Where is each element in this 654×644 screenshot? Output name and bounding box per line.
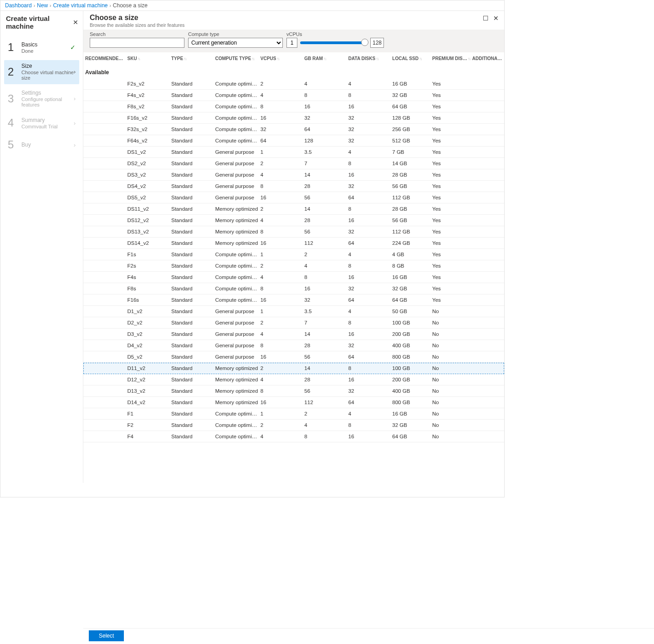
cell-ram: 2 [304, 249, 348, 260]
sort-icon: ↑↓ [123, 56, 126, 61]
table-row[interactable]: DS5_v2StandardGeneral purpose165664112 G… [83, 192, 504, 203]
column-header[interactable]: GB RAM ↑↓ [304, 52, 348, 65]
breadcrumb-link[interactable]: New [37, 2, 48, 9]
cell-local-ssd: 200 GB [392, 374, 432, 385]
cell-type: Standard [171, 420, 215, 431]
sort-icon: ↑↓ [468, 56, 470, 61]
chevron-right-icon: › [109, 3, 111, 8]
table-row[interactable]: F1sStandardCompute optimized1244 GBYes [83, 249, 504, 260]
cell-compute-type: Memory optimized [215, 374, 260, 385]
column-header[interactable]: SKU ↑↓ [127, 52, 171, 65]
table-row[interactable]: DS3_v2StandardGeneral purpose4141628 GBY… [83, 169, 504, 181]
table-row[interactable]: D14_v2StandardMemory optimized1611264800… [83, 397, 504, 408]
search-input[interactable] [90, 38, 184, 48]
close-icon[interactable]: ✕ [493, 15, 499, 22]
cell-vcpus: 8 [261, 385, 304, 397]
cell-additional [472, 397, 504, 408]
column-header[interactable]: TYPE ↑↓ [171, 52, 215, 65]
table-row[interactable]: F2StandardCompute optimized24832 GBNo [83, 420, 504, 431]
table-row[interactable]: DS14_v2StandardMemory optimized161126422… [83, 238, 504, 249]
cell-premium: Yes [432, 112, 472, 124]
wizard-step[interactable]: 2SizeChoose virtual machine size› [4, 60, 79, 84]
cell-vcpus: 4 [261, 215, 304, 226]
breadcrumb-link[interactable]: Dashboard [5, 2, 32, 9]
cell-recommended [83, 431, 127, 442]
cell-recommended [83, 215, 127, 226]
cell-local-ssd: 200 GB [392, 329, 432, 340]
cell-compute-type: General purpose [215, 192, 260, 203]
cell-ram: 8 [304, 272, 348, 283]
table-row[interactable]: DS1_v2StandardGeneral purpose13.547 GBYe… [83, 147, 504, 158]
cell-ram: 7 [304, 317, 348, 329]
breadcrumb-link[interactable]: Create virtual machine [53, 2, 107, 9]
cell-compute-type: General purpose [215, 169, 260, 181]
column-header[interactable]: VCPUS ↑↓ [261, 52, 304, 65]
table-row[interactable]: F16s_v2StandardCompute optimized16323212… [83, 112, 504, 124]
cell-recommended [83, 294, 127, 306]
table-row[interactable]: DS11_v2StandardMemory optimized214828 GB… [83, 203, 504, 215]
table-row[interactable]: F4sStandardCompute optimized481616 GBYes [83, 272, 504, 283]
cell-local-ssd: 4 GB [392, 249, 432, 260]
table-row[interactable]: F2s_v2StandardCompute optimized24416 GBY… [83, 78, 504, 90]
breadcrumb: Dashboard › New › Create virtual machine… [0, 0, 504, 11]
table-row[interactable]: D12_v2StandardMemory optimized42816200 G… [83, 374, 504, 385]
close-icon[interactable]: ✕ [73, 19, 78, 26]
cell-type: Standard [171, 329, 215, 340]
cell-ram: 14 [304, 329, 348, 340]
table-row[interactable]: F16sStandardCompute optimized16326464 GB… [83, 294, 504, 306]
table-row[interactable]: DS4_v2StandardGeneral purpose8283256 GBY… [83, 181, 504, 192]
table-row[interactable]: D11_v2StandardMemory optimized2148100 GB… [83, 363, 504, 374]
table-row[interactable]: F4StandardCompute optimized481664 GBNo [83, 431, 504, 442]
cell-premium: Yes [432, 238, 472, 249]
table-row[interactable]: F64s_v2StandardCompute optimized64128325… [83, 135, 504, 147]
cell-vcpus: 2 [261, 363, 304, 374]
table-row[interactable]: D5_v2StandardGeneral purpose165664800 GB… [83, 351, 504, 363]
table-row[interactable]: D1_v2StandardGeneral purpose13.5450 GBNo [83, 306, 504, 317]
slider-thumb-icon[interactable] [361, 39, 368, 46]
cell-data-disks: 8 [348, 260, 392, 272]
wizard-step[interactable]: 1BasicsDone✓ [4, 38, 79, 57]
cell-vcpus: 4 [261, 431, 304, 442]
cell-sku: F8s_v2 [127, 101, 171, 112]
table-row[interactable]: D4_v2StandardGeneral purpose82832400 GBN… [83, 340, 504, 351]
cell-local-ssd: 8 GB [392, 260, 432, 272]
table-row[interactable]: DS13_v2StandardMemory optimized85632112 … [83, 226, 504, 238]
column-header[interactable]: PREMIUM DIS… ↑↓ [432, 52, 472, 65]
size-table-scroll[interactable]: RECOMMENDE… ↑↓SKU ↑↓TYPE ↑↓COMPUTE TYPE … [83, 52, 504, 483]
column-header[interactable]: RECOMMENDE… ↑↓ [83, 52, 127, 65]
cell-ram: 28 [304, 215, 348, 226]
table-row[interactable]: D13_v2StandardMemory optimized85632400 G… [83, 385, 504, 397]
maximize-icon[interactable]: ☐ [483, 15, 489, 22]
cell-recommended [83, 112, 127, 124]
cell-sku: F2s [127, 260, 171, 272]
cell-sku: F16s_v2 [127, 112, 171, 124]
cell-type: Standard [171, 101, 215, 112]
cell-sku: D2_v2 [127, 317, 171, 329]
cell-vcpus: 8 [261, 226, 304, 238]
cell-premium: Yes [432, 260, 472, 272]
vcpu-min-input[interactable] [286, 38, 297, 48]
column-header[interactable]: DATA DISKS ↑↓ [348, 52, 392, 65]
table-row[interactable]: DS2_v2StandardGeneral purpose27814 GBYes [83, 158, 504, 169]
column-header[interactable]: ADDITIONAL F… ↑↓ [472, 52, 504, 65]
vcpu-slider[interactable] [300, 41, 368, 44]
table-row[interactable]: D3_v2StandardGeneral purpose41416200 GBN… [83, 329, 504, 340]
table-row[interactable]: F8sStandardCompute optimized8163232 GBYe… [83, 283, 504, 294]
cell-local-ssd: 16 GB [392, 272, 432, 283]
table-row[interactable]: D2_v2StandardGeneral purpose278100 GBNo [83, 317, 504, 329]
column-header[interactable]: COMPUTE TYPE ↑↓ [215, 52, 260, 65]
wizard-step: 4SummaryCommvault Trial› [4, 114, 79, 133]
column-header[interactable]: LOCAL SSD ↑↓ [392, 52, 432, 65]
table-row[interactable]: F2sStandardCompute optimized2488 GBYes [83, 260, 504, 272]
compute-type-select[interactable]: Current generation [188, 38, 283, 48]
table-row[interactable]: F32s_v2StandardCompute optimized32643225… [83, 124, 504, 135]
cell-recommended [83, 124, 127, 135]
cell-data-disks: 4 [348, 249, 392, 260]
cell-premium: Yes [432, 169, 472, 181]
step-title: Summary [21, 117, 76, 123]
table-row[interactable]: F8s_v2StandardCompute optimized8161664 G… [83, 101, 504, 112]
table-row[interactable]: DS12_v2StandardMemory optimized4281656 G… [83, 215, 504, 226]
table-row[interactable]: F4s_v2StandardCompute optimized48832 GBY… [83, 90, 504, 101]
table-row[interactable]: F1StandardCompute optimized12416 GBNo [83, 408, 504, 420]
cell-additional [472, 135, 504, 147]
